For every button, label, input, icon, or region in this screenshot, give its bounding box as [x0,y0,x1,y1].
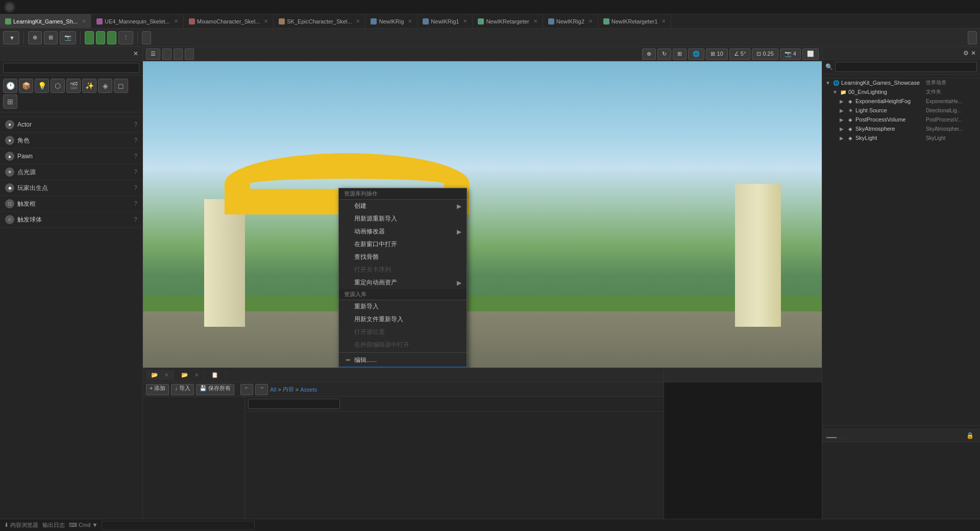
ctx-rename[interactable]: ✏重命名F2 [339,367,467,368]
snap-grid-button[interactable]: ⊞ 10 [706,49,727,60]
geometry-icon[interactable]: ◈ [98,79,112,93]
actor-item-3[interactable]: ☀点光源? [0,164,142,180]
angle-snap-button[interactable]: ∠ 5° [729,49,751,60]
tab-close-0[interactable]: ✕ [82,18,86,24]
all-classes-icon[interactable]: ⊞ [3,94,17,109]
cb-tab-2-close[interactable]: ✕ [194,372,199,378]
actor-item-5[interactable]: □触发框? [0,196,142,212]
viewport-menu-button[interactable]: ☰ [146,49,160,60]
basic-icon[interactable]: 📦 [19,79,33,93]
breadcrumb-content[interactable]: 内容 [283,385,294,393]
ctx-create[interactable]: 创建▶ [339,200,467,212]
add-button[interactable]: + 添加 [146,384,169,395]
tab-close-4[interactable]: ✕ [408,18,412,24]
transform-gizmo-button[interactable]: ⊕ [642,49,656,60]
world-settings-tab[interactable] [837,433,847,438]
lights-icon[interactable]: 💡 [35,79,49,93]
platform-button[interactable] [142,31,151,44]
world-local-button[interactable]: 🌐 [688,49,704,60]
cmd-dropdown[interactable]: ⌨ Cmd ▼ [69,522,97,528]
outliner-search-input[interactable] [835,62,977,72]
ctx-anim-modifier[interactable]: 动画修改器▶ [339,225,467,238]
volumes-icon[interactable]: ◻ [114,79,128,93]
tab-close-6[interactable]: ✕ [533,18,537,24]
snap-button[interactable]: ⊞ [44,31,58,44]
save-all-button[interactable]: 💾 保存所有 [196,384,234,395]
lit-button[interactable] [174,49,183,60]
maximize-viewport-button[interactable]: ⬜ [802,49,819,60]
ctx-edit[interactable]: ✏编辑...... [339,354,467,367]
tree-item-5[interactable]: ▶◈SkyAtmosphereSkyAtmospher... [822,124,980,133]
tree-item-2[interactable]: ▶◈ExponentialHeightFogExponentiaHe... [822,96,980,106]
more-play-options[interactable]: ⋮ [118,31,133,44]
cb-tab-1-close[interactable]: ✕ [164,372,168,378]
document-tab-5[interactable]: NewIKRig1✕ [418,14,473,28]
details-tab[interactable] [826,433,837,438]
ctx-open-new-window[interactable]: 在新窗口中打开 [339,238,467,251]
tree-item-0[interactable]: ▼🌐LearningKit_Games_Showcase世界场景 [822,78,980,87]
document-tab-2[interactable]: MixamoCharacter_Skel...✕ [184,14,274,28]
document-tab-1[interactable]: UE4_Mannequin_Skelet...✕ [91,14,184,28]
recently-placed-icon[interactable]: 🕐 [3,79,17,93]
document-tab-6[interactable]: NewIKRetargeter✕ [473,14,543,28]
actor-item-6[interactable]: ○触发球体? [0,212,142,228]
place-actor-close[interactable]: ✕ [133,50,138,57]
actor-item-1[interactable]: ●角色? [0,133,142,149]
ctx-reimport-new-file[interactable]: 用新文件重新导入 [339,313,467,326]
tab-close-2[interactable]: ✕ [264,18,268,24]
visual-icon[interactable]: ✨ [82,79,96,93]
breadcrumb-assets[interactable]: Assets [300,387,317,393]
breadcrumb-all[interactable]: All [270,387,276,393]
ctx-reimport[interactable]: 重新导入 [339,300,467,313]
rotate-gizmo-button[interactable]: ↻ [657,49,671,60]
ctx-find-skeleton[interactable]: 查找骨骼 [339,251,467,263]
scale-gizmo-button[interactable]: ⊞ [673,49,687,60]
camera-button[interactable]: 📷 [60,31,76,44]
play-button[interactable] [85,31,94,44]
details-lock-icon[interactable]: 🔒 [966,432,974,439]
content-browser-status[interactable]: ⬇ 内容浏览器 [4,521,38,529]
ctx-retarget[interactable]: 重定向动画资产▶ [339,276,467,289]
select-mode-button[interactable]: ▼ [3,31,19,44]
tab-close-5[interactable]: ✕ [463,18,467,24]
document-tab-7[interactable]: NewIKRig2✕ [543,14,598,28]
outliner-settings-icon[interactable]: ⚙ [963,50,969,57]
history-back[interactable]: ← [240,384,253,395]
outliner-close[interactable]: ✕ [971,50,976,57]
output-log-status[interactable]: 输出日志 [42,521,65,529]
perspective-button[interactable] [162,49,172,60]
stop-button[interactable] [107,31,116,44]
document-tab-0[interactable]: LearningKit_Games_Sh...✕ [0,14,91,28]
transform-button[interactable]: ⊕ [28,31,42,44]
viewport-canvas[interactable]: 资源库列操作 创建▶ 用新源重新导入 动画修改器▶ 在新窗口中打开 查找骨骼 打… [143,61,822,368]
asset-search-input[interactable] [248,399,340,409]
settings-button[interactable] [968,31,977,44]
tree-item-6[interactable]: ▶◈SkyLightSkyLight [822,133,980,142]
history-forward[interactable]: → [255,384,268,395]
show-button[interactable] [185,49,194,60]
cmd-input[interactable] [102,521,255,530]
tree-item-3[interactable]: ▶☀Light SourceDirectionalLig... [822,106,980,115]
tab-close-3[interactable]: ✕ [356,18,360,24]
document-tab-8[interactable]: NewIKRetargeter1✕ [598,14,672,28]
tree-item-4[interactable]: ▶◈PostProcessVolumePostProcessV... [822,115,980,124]
shapes-icon[interactable]: ⬡ [51,79,65,93]
output-log-tab[interactable]: 📋 [206,370,226,380]
cb-tab-1[interactable]: 📂 ✕ [146,370,174,380]
tab-close-1[interactable]: ✕ [174,18,178,24]
document-tab-4[interactable]: NewIKRig✕ [365,14,418,28]
document-tab-3[interactable]: SK_EpicCharacter_Skel...✕ [274,14,365,28]
actor-item-0[interactable]: ●Actor? [0,117,142,133]
actor-item-4[interactable]: ◆玩家出生点? [0,180,142,196]
tab-close-8[interactable]: ✕ [662,18,666,24]
cb-tab-2[interactable]: 📂 ✕ [176,370,204,380]
tree-item-1[interactable]: ▼📁00_EnvLighting文件夹 [822,87,980,96]
cinematic-icon[interactable]: 🎬 [66,79,81,93]
actor-item-2[interactable]: ▲Pawn? [0,149,142,164]
actor-search-input[interactable] [3,63,139,73]
pause-button[interactable] [96,31,105,44]
scale-snap-button[interactable]: ⊡ 0.25 [752,49,778,60]
tab-close-7[interactable]: ✕ [589,18,593,24]
camera-speed-button[interactable]: 📷 4 [780,49,801,60]
import-button[interactable]: ↓ 导入 [171,384,194,395]
